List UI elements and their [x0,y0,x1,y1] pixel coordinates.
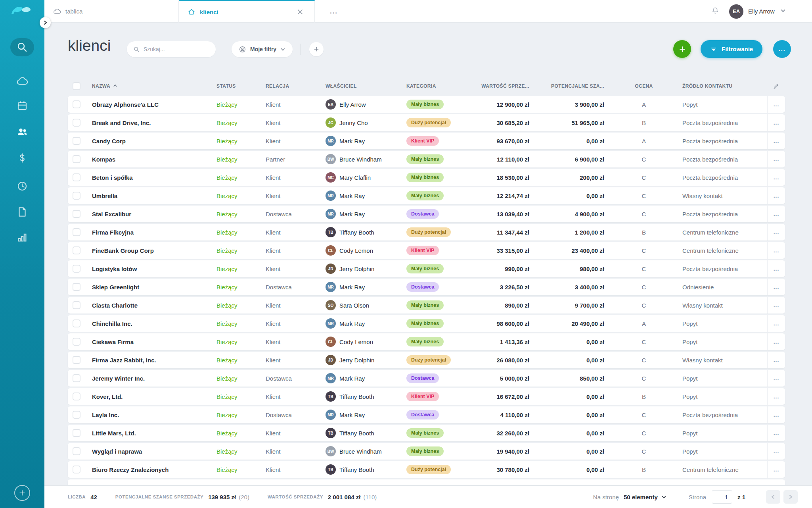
row-checkbox[interactable] [73,338,80,346]
row-menu-button[interactable]: ... [767,206,785,222]
row-menu-button[interactable]: ... [767,169,785,186]
row-checkbox[interactable] [73,283,80,291]
chevron-down-icon[interactable] [780,8,786,15]
user-avatar[interactable]: EA [729,4,743,19]
row-checkbox[interactable] [73,429,80,437]
per-page-dropdown[interactable]: 50 elementy [624,494,666,500]
table-row[interactable]: Jeremy Winter Inc. Bieżący Dostawca MR M… [68,370,785,387]
table-row[interactable]: Stal Excalibur Bieżący Dostawca MR Mark … [68,206,785,222]
row-menu-button[interactable]: ... [767,96,785,113]
table-row[interactable]: Break and Drive, Inc. Bieżący Klient JC … [68,114,785,131]
sidebar-item-history[interactable] [0,178,44,194]
row-checkbox[interactable] [73,301,80,309]
row-checkbox[interactable] [73,393,80,400]
table-row[interactable]: Wygląd i naprawa Bieżący Klient BW Bruce… [68,443,785,460]
row-menu-button[interactable]: ... [767,388,785,405]
table-row[interactable]: Umbrella Bieżący Klient MR Mark Ray Mały… [68,187,785,204]
row-checkbox[interactable] [73,119,80,127]
row-checkbox[interactable] [73,265,80,273]
table-row[interactable]: Ciekawa Firma Bieżący Klient CL Cody Lem… [68,333,785,350]
table-row[interactable]: Obrazy Alphonse'a LLC Bieżący Klient EA … [68,96,785,113]
row-menu-button[interactable]: ... [767,443,785,460]
row-menu-button[interactable]: ... [767,224,785,241]
column-header-relacja[interactable]: RELACJA [266,83,326,89]
column-header-status[interactable]: STATUS [216,83,266,89]
table-row[interactable]: Little Mars, Ltd. Bieżący Klient TB Tiff… [68,425,785,441]
row-checkbox[interactable] [73,173,80,181]
tab-klienci[interactable]: klienci [179,0,315,23]
row-menu-button[interactable]: ... [767,333,785,350]
more-actions-button[interactable]: ... [773,40,791,58]
add-client-button[interactable] [673,40,691,58]
table-row[interactable]: Ciasta Charlotte Bieżący Klient SO Sara … [68,297,785,314]
sidebar-item-reports[interactable] [0,229,44,245]
row-checkbox[interactable] [73,100,80,108]
sidebar-expand-button[interactable] [40,17,51,28]
column-header-wartosc[interactable]: WARTOŚĆ SPRZE... [468,83,533,89]
row-menu-button[interactable]: ... [767,425,785,441]
column-header-nazwa[interactable]: NAZWA [85,83,216,89]
table-row-partial[interactable] [68,479,785,485]
sidebar-add-button[interactable] [14,485,30,501]
table-row[interactable]: Layla Inc. Bieżący Dostawca MR Mark Ray … [68,406,785,423]
column-header-potencjalne[interactable]: POTENCJALNE SZA... [533,83,608,89]
select-all-checkbox[interactable] [73,82,80,90]
row-checkbox[interactable] [73,374,80,382]
row-checkbox[interactable] [73,210,80,218]
row-checkbox[interactable] [73,466,80,473]
row-checkbox[interactable] [73,192,80,200]
row-checkbox[interactable] [73,447,80,455]
edit-columns-button[interactable] [767,83,785,90]
table-row[interactable]: Candy Corp Bieżący Klient MR Mark Ray Kl… [68,133,785,149]
column-header-wlasciciel[interactable]: WŁAŚCICIEL [326,83,406,89]
sidebar-item-pipeline[interactable] [0,73,44,89]
row-menu-button[interactable]: ... [767,406,785,423]
sidebar-item-finance[interactable] [0,150,44,166]
table-row[interactable]: Kover, Ltd. Bieżący Klient TB Tiffany Bo… [68,388,785,405]
tab-tablica[interactable]: tablica [44,0,179,23]
filter-button[interactable]: Filtrowanie [701,40,762,58]
table-row[interactable]: Biuro Rzeczy Znalezionych Bieżący Klient… [68,461,785,478]
table-row[interactable]: Logistyka lotów Bieżący Klient JD Jerry … [68,260,785,277]
table-row[interactable]: Sklep Greenlight Bieżący Dostawca MR Mar… [68,279,785,295]
row-menu-button[interactable]: ... [767,242,785,259]
row-checkbox[interactable] [73,411,80,419]
row-checkbox[interactable] [73,246,80,254]
table-row[interactable]: Beton i spółka Bieżący Klient MC Mary Cl… [68,169,785,186]
next-page-button[interactable] [783,490,798,504]
row-checkbox[interactable] [73,319,80,327]
search-input[interactable] [144,46,203,52]
row-menu-button[interactable]: ... [767,352,785,368]
column-header-zrodlo[interactable]: ŹRÓDŁO KONTAKTU [680,83,767,89]
row-checkbox[interactable] [73,155,80,163]
column-header-ocena[interactable]: OCENA [608,83,680,89]
row-menu-button[interactable]: ... [767,187,785,204]
row-menu-button[interactable]: ... [767,279,785,295]
notifications-bell-icon[interactable] [711,6,720,17]
row-menu-button[interactable]: ... [767,297,785,314]
prev-page-button[interactable] [766,490,780,504]
row-menu-button[interactable]: ... [767,461,785,478]
add-filter-view-button[interactable] [309,42,324,56]
row-menu-button[interactable]: ... [767,370,785,387]
table-row[interactable]: Firma Jazz Rabbit, Inc. Bieżący Klient J… [68,352,785,368]
table-row[interactable]: Kompas Bieżący Partner BW Bruce Windham … [68,151,785,167]
row-menu-button[interactable]: ... [767,260,785,277]
my-filters-dropdown[interactable]: Moje filtry [232,41,293,57]
column-header-kategoria[interactable]: KATEGORIA [406,83,468,89]
table-row[interactable]: Firma Fikcyjna Bieżący Klient TB Tiffany… [68,224,785,241]
sidebar-search-button[interactable] [10,38,34,56]
row-checkbox[interactable] [73,137,80,145]
table-row[interactable]: Chinchilla Inc. Bieżący Klient MR Mark R… [68,315,785,332]
row-menu-button[interactable]: ... [767,151,785,167]
sidebar-item-calendar[interactable] [0,98,44,114]
sidebar-item-documents[interactable] [0,204,44,220]
row-menu-button[interactable]: ... [767,315,785,332]
row-menu-button[interactable]: ... [767,114,785,131]
more-tabs-button[interactable]: ... [327,7,341,16]
table-row[interactable]: FineBank Group Corp Bieżący Klient CL Co… [68,242,785,259]
row-checkbox[interactable] [73,356,80,364]
row-menu-button[interactable]: ... [767,133,785,149]
sidebar-item-contacts[interactable] [0,124,44,140]
page-number-input[interactable] [712,490,732,504]
